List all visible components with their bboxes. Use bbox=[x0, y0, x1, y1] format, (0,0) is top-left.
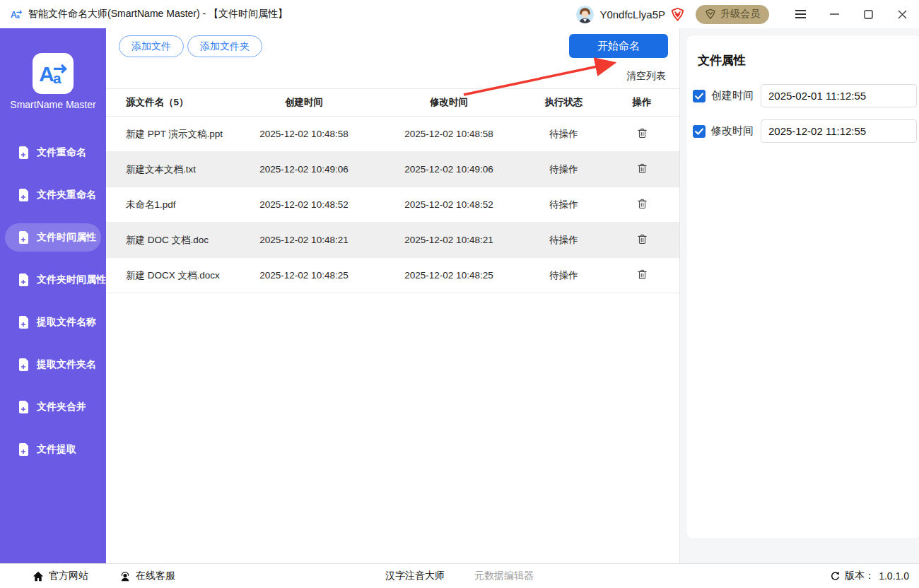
sidebar-item-extract-folder-name[interactable]: 提取文件夹名 bbox=[5, 351, 101, 379]
sidebar-item-label: 提取文件名称 bbox=[37, 316, 96, 329]
delete-row-button[interactable] bbox=[634, 267, 650, 284]
cell-filename: 新建 PPT 演示文稿.ppt bbox=[106, 128, 233, 141]
svg-text:A: A bbox=[39, 62, 54, 86]
username[interactable]: Y0ndfcLlya5P bbox=[599, 8, 665, 20]
promo-link-pinyin[interactable]: 汉字注音大师 bbox=[385, 570, 445, 582]
table-row[interactable]: 新建文本文档.txt 2025-12-02 10:49:06 2025-12-0… bbox=[106, 152, 679, 187]
trash-icon bbox=[637, 198, 648, 210]
app-logo-icon: A a bbox=[10, 8, 23, 20]
clear-list-link[interactable]: 清空列表 bbox=[626, 70, 666, 83]
cell-modified: 2025-12-02 10:48:25 bbox=[375, 270, 523, 281]
promo-link-metadata[interactable]: 元数据编辑器 bbox=[474, 570, 534, 582]
file-plus-icon bbox=[18, 189, 29, 201]
cell-filename: 新建文本文档.txt bbox=[106, 163, 233, 176]
modified-time-input[interactable] bbox=[761, 119, 917, 143]
created-time-input[interactable] bbox=[761, 84, 917, 107]
sidebar-item-folder-time-attr[interactable]: 文件夹时间属性 bbox=[5, 266, 101, 294]
cell-status: 待操作 bbox=[523, 128, 604, 141]
panel-title: 文件属性 bbox=[698, 52, 917, 69]
sidebar-item-label: 提取文件夹名 bbox=[37, 358, 96, 371]
delete-row-button[interactable] bbox=[634, 232, 650, 249]
modified-time-label: 修改时间 bbox=[711, 124, 755, 138]
sidebar: A a SmartName Master 文件重命名 文件夹重命名 文件时间属性… bbox=[0, 28, 106, 563]
created-time-field: 创建时间 bbox=[693, 84, 917, 107]
add-file-button[interactable]: 添加文件 bbox=[119, 35, 184, 57]
check-icon bbox=[695, 93, 703, 100]
header-created-time: 创建时间 bbox=[233, 96, 375, 109]
sidebar-item-folder-merge[interactable]: 文件夹合并 bbox=[5, 393, 101, 421]
sidebar-item-label: 文件夹重命名 bbox=[37, 189, 96, 201]
trash-icon bbox=[637, 269, 648, 281]
cell-status: 待操作 bbox=[523, 234, 604, 247]
close-button[interactable] bbox=[885, 0, 919, 28]
sidebar-item-file-rename[interactable]: 文件重命名 bbox=[5, 139, 101, 167]
file-attributes-card: 文件属性 创建时间 修改时间 bbox=[686, 35, 919, 539]
header-exec-status: 执行状态 bbox=[523, 96, 604, 109]
add-folder-button[interactable]: 添加文件夹 bbox=[187, 35, 262, 57]
header-source-filename: 源文件名（5） bbox=[106, 96, 233, 109]
header-modified-time: 修改时间 bbox=[375, 96, 523, 109]
table-row[interactable]: 新建 DOC 文档.doc 2025-12-02 10:48:21 2025-1… bbox=[106, 223, 679, 258]
vip-badge-icon bbox=[670, 7, 685, 22]
refresh-icon[interactable] bbox=[830, 571, 841, 582]
titlebar: A a 智能文件命名大师(SmartName Master) - 【文件时间属性… bbox=[0, 0, 919, 28]
cell-modified: 2025-12-02 10:48:21 bbox=[375, 235, 523, 245]
sidebar-item-file-extract[interactable]: 文件提取 bbox=[5, 435, 101, 464]
start-naming-button[interactable]: 开始命名 bbox=[569, 34, 668, 58]
file-plus-icon bbox=[18, 231, 29, 244]
version-label: 版本： bbox=[845, 570, 874, 582]
upgrade-member-label: 升级会员 bbox=[720, 8, 760, 20]
svg-text:A: A bbox=[11, 10, 17, 20]
sidebar-item-label: 文件夹时间属性 bbox=[37, 274, 106, 286]
menu-button[interactable] bbox=[783, 0, 817, 28]
table-row[interactable]: 未命名1.pdf 2025-12-02 10:48:52 2025-12-02 … bbox=[106, 187, 679, 223]
file-plus-icon bbox=[18, 443, 29, 456]
file-plus-icon bbox=[18, 316, 29, 329]
minimize-button[interactable] bbox=[817, 0, 851, 28]
check-icon bbox=[695, 128, 703, 135]
file-table: 新建 PPT 演示文稿.ppt 2025-12-02 10:48:58 2025… bbox=[106, 117, 679, 293]
modified-time-field: 修改时间 bbox=[693, 119, 917, 143]
cell-filename: 未命名1.pdf bbox=[106, 199, 233, 211]
cell-created: 2025-12-02 10:48:52 bbox=[233, 199, 375, 210]
cell-modified: 2025-12-02 10:48:58 bbox=[375, 129, 523, 139]
official-site-label: 官方网站 bbox=[49, 570, 88, 582]
sidebar-item-file-time-attr[interactable]: 文件时间属性 bbox=[5, 223, 101, 252]
home-icon bbox=[33, 571, 44, 582]
cell-created: 2025-12-02 10:48:21 bbox=[233, 235, 375, 245]
delete-row-button[interactable] bbox=[634, 161, 650, 178]
official-site-link[interactable]: 官方网站 bbox=[33, 570, 88, 582]
modified-time-checkbox[interactable] bbox=[693, 125, 706, 138]
trash-icon bbox=[637, 233, 648, 245]
cell-status: 待操作 bbox=[523, 269, 604, 282]
file-plus-icon bbox=[18, 146, 29, 159]
window-title: 智能文件命名大师(SmartName Master) - 【文件时间属性】 bbox=[28, 8, 288, 20]
file-plus-icon bbox=[18, 358, 29, 371]
upgrade-member-button[interactable]: 升级会员 bbox=[696, 5, 769, 24]
file-plus-icon bbox=[18, 274, 29, 286]
sidebar-item-folder-rename[interactable]: 文件夹重命名 bbox=[5, 181, 101, 209]
header-action: 操作 bbox=[604, 96, 679, 109]
delete-row-button[interactable] bbox=[634, 126, 650, 143]
cell-filename: 新建 DOC 文档.doc bbox=[106, 234, 233, 247]
sidebar-item-label: 文件重命名 bbox=[37, 146, 86, 159]
cell-created: 2025-12-02 10:48:58 bbox=[233, 129, 375, 139]
created-time-checkbox[interactable] bbox=[693, 90, 706, 102]
user-avatar[interactable] bbox=[576, 6, 594, 23]
sidebar-item-label: 文件时间属性 bbox=[37, 231, 96, 244]
cell-status: 待操作 bbox=[523, 199, 604, 211]
file-plus-icon bbox=[18, 401, 29, 413]
cell-modified: 2025-12-02 10:49:06 bbox=[375, 164, 523, 175]
table-row[interactable]: 新建 DOCX 文档.docx 2025-12-02 10:48:25 2025… bbox=[106, 258, 679, 293]
cell-status: 待操作 bbox=[523, 163, 604, 176]
table-row[interactable]: 新建 PPT 演示文稿.ppt 2025-12-02 10:48:58 2025… bbox=[106, 117, 679, 152]
online-support-link[interactable]: 在线客服 bbox=[119, 570, 175, 582]
sidebar-item-label: 文件夹合并 bbox=[37, 401, 86, 413]
cell-created: 2025-12-02 10:49:06 bbox=[233, 164, 375, 175]
sidebar-item-extract-file-name[interactable]: 提取文件名称 bbox=[5, 308, 101, 336]
delete-row-button[interactable] bbox=[634, 196, 650, 213]
maximize-button[interactable] bbox=[851, 0, 885, 28]
statusbar: 官方网站 在线客服 汉字注音大师 元数据编辑器 版本： 1.0.1.0 bbox=[0, 563, 919, 588]
cell-modified: 2025-12-02 10:48:52 bbox=[375, 199, 523, 210]
main-content: 添加文件 添加文件夹 开始命名 清空列表 源文件名（5） 创建时间 修改时间 执… bbox=[106, 28, 679, 563]
